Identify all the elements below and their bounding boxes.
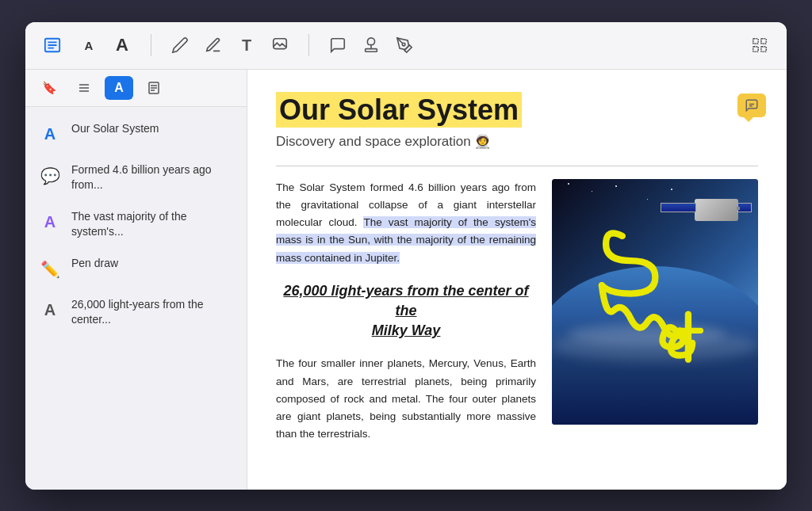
doc-subtitle: Discovery and space exploration 🧑‍🚀	[276, 133, 758, 150]
sidebar-item-5-icon: A	[38, 299, 62, 322]
sidebar-item-solar-system[interactable]: A Our Solar System	[25, 113, 247, 154]
font-small-icon[interactable]: A	[78, 34, 100, 56]
sidebar-item-1-text: Our Solar System	[71, 121, 234, 137]
tab-page[interactable]	[140, 76, 168, 100]
doc-columns: The Solar System formed 4.6 billion year…	[276, 179, 758, 456]
sidebar-item-3-text: The vast majority of the system's...	[71, 209, 234, 240]
toolbar: A A T	[25, 22, 787, 70]
text-tool-icon[interactable]: T	[236, 34, 258, 56]
svg-rect-4	[274, 39, 287, 49]
draw-tools-group: T	[169, 34, 291, 56]
divider-1	[151, 34, 151, 56]
doc-text-column: The Solar System formed 4.6 billion year…	[276, 179, 536, 456]
sidebar: 🔖 A	[25, 70, 247, 490]
sidebar-item-2-icon: 💬	[38, 164, 62, 188]
doc-paragraph-2: The four smaller inner planets, Mercury,…	[276, 355, 536, 443]
sidebar-item-4-icon: ✏️	[38, 257, 62, 281]
tab-list[interactable]	[70, 76, 98, 100]
sidebar-item-3-title: The vast majority of the system's...	[71, 209, 234, 240]
comment-icon[interactable]	[327, 34, 349, 56]
svg-rect-5	[366, 49, 377, 52]
sidebar-item-formed[interactable]: 💬 Formed 4.6 billion years ago from...	[25, 154, 247, 201]
signature-icon[interactable]	[393, 34, 416, 56]
document-area: Our Solar System Discovery and space exp…	[247, 70, 787, 490]
doc-pull-quote: 26,000 light-years from the center of th…	[276, 281, 536, 341]
pen-icon[interactable]	[202, 34, 224, 56]
svg-rect-11	[761, 47, 766, 51]
svg-rect-8	[753, 39, 758, 44]
sidebar-item-3-icon: A	[38, 211, 62, 235]
svg-rect-10	[753, 47, 758, 51]
font-large-icon[interactable]: A	[111, 34, 133, 56]
stamp-icon[interactable]	[360, 34, 382, 56]
svg-rect-9	[761, 39, 766, 44]
annotation-tools-group	[327, 34, 416, 56]
sidebar-items-list: A Our Solar System 💬 Formed 4.6 billion …	[25, 107, 247, 490]
sidebar-item-5-text: 26,000 light-years from the center...	[71, 297, 234, 328]
doc-image-column	[552, 179, 758, 456]
doc-title-wrapper: Our Solar System	[276, 93, 758, 127]
sidebar-item-2-title: Formed 4.6 billion years ago from...	[71, 162, 234, 193]
doc-paragraph-1: The Solar System formed 4.6 billion year…	[276, 179, 536, 267]
tab-bookmark[interactable]: 🔖	[35, 76, 63, 100]
space-image	[552, 179, 758, 425]
handwriting-svg	[556, 195, 738, 409]
sidebar-item-4-text: Pen draw	[71, 256, 234, 272]
sidebar-item-light-years[interactable]: A 26,000 light-years from the center...	[25, 289, 247, 336]
doc-title: Our Solar System	[276, 93, 758, 127]
sidebar-item-5-title: 26,000 light-years from the center...	[71, 297, 234, 328]
sidebar-item-1-icon: A	[38, 123, 62, 147]
shape-icon[interactable]	[269, 34, 291, 56]
sidebar-item-2-text: Formed 4.6 billion years ago from...	[71, 162, 234, 193]
tab-text[interactable]: A	[105, 76, 133, 100]
sidebar-item-pen-draw[interactable]: ✏️ Pen draw	[25, 248, 247, 289]
doc-divider	[276, 166, 758, 166]
sidebar-item-vast-majority[interactable]: A The vast majority of the system's...	[25, 201, 247, 248]
main-body: 🔖 A	[25, 70, 787, 490]
divider-2	[308, 34, 309, 56]
pencil-icon[interactable]	[169, 34, 191, 56]
svg-point-7	[402, 43, 405, 46]
sidebar-item-4-title: Pen draw	[71, 256, 234, 272]
sidebar-item-1-title: Our Solar System	[71, 121, 234, 137]
comment-bubble-icon[interactable]	[737, 93, 766, 117]
sidebar-tabs: 🔖 A	[25, 70, 247, 107]
app-window: A A T	[25, 22, 787, 490]
space-background	[552, 179, 758, 425]
selection-icon[interactable]	[749, 34, 771, 56]
font-size-group: A A	[78, 34, 133, 56]
app-icon[interactable]	[41, 34, 63, 56]
